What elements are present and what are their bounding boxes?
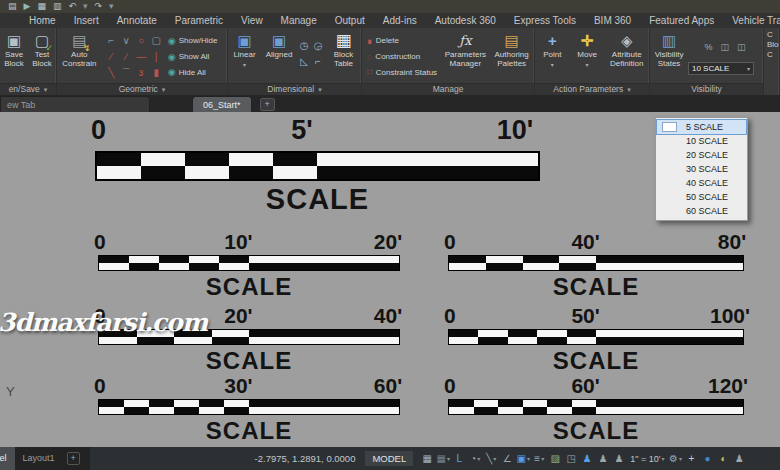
save-icon[interactable]: ▦: [37, 2, 46, 11]
ribbon-tab-output[interactable]: Output: [326, 13, 374, 28]
ribbon-tab-manage[interactable]: Manage: [272, 13, 326, 28]
point-parameter-button[interactable]: + Point ▾: [535, 30, 570, 83]
ribbon-tab-bim-360[interactable]: BIM 360: [585, 13, 640, 28]
scale-bar-50-100[interactable]: 050'100'SCALE: [448, 304, 744, 375]
open-file-icon[interactable]: ▶: [24, 2, 31, 11]
scale-option-5-scale[interactable]: 5 SCALE: [657, 120, 746, 134]
block-table-button[interactable]: ▦ Block Table: [327, 30, 360, 83]
scale-option-20-scale[interactable]: 20 SCALE: [657, 148, 746, 162]
new-drawing-tab-button[interactable]: +: [260, 98, 275, 111]
panel-close-block-editor[interactable]: C Block C: [764, 28, 780, 95]
visibility-mode-icon[interactable]: ◫: [737, 42, 746, 52]
annotation-people-icon[interactable]: ♟: [611, 449, 627, 469]
ribbon-tab-view[interactable]: View: [232, 13, 272, 28]
grid-icon[interactable]: ▦: [419, 449, 435, 469]
constraint-icon[interactable]: ▮: [153, 68, 159, 78]
parameters-manager-button[interactable]: ƒx Parameters Manager: [442, 30, 490, 83]
snap-icon[interactable]: ▦▾: [435, 449, 451, 469]
undo-caret-icon[interactable]: ▾: [83, 2, 88, 11]
show-hide-button[interactable]: ◉ Show/Hide: [168, 34, 227, 48]
annotation-scale-value[interactable]: 1" = 10'▾: [627, 449, 667, 469]
ribbon-tab-featured-apps[interactable]: Featured Apps: [640, 13, 723, 28]
transparency-icon[interactable]: ▨: [547, 449, 563, 469]
new-file-icon[interactable]: ▤: [8, 2, 17, 11]
panel-label-open-save[interactable]: en/Save▾: [0, 83, 56, 95]
scale-bar-10-20[interactable]: 010'20'SCALE: [98, 230, 400, 301]
visibility-mode-icon[interactable]: ◫: [720, 42, 729, 52]
ribbon-tab-express-tools[interactable]: Express Tools: [505, 13, 585, 28]
annotation-visibility-icon[interactable]: ♟: [579, 449, 595, 469]
plot-icon[interactable]: ▥: [53, 2, 62, 11]
constraint-icon[interactable]: |: [155, 52, 158, 62]
aligned-constraint-button[interactable]: ▣ Aligned: [261, 30, 297, 83]
redo-icon[interactable]: ↷: [95, 2, 103, 11]
polar-tracking-icon[interactable]: ◔▾: [467, 449, 483, 469]
show-all-button[interactable]: ◉ Show All: [168, 50, 227, 64]
block-editor-canvas[interactable]: Y 5 SCALE10 SCALE20 SCALE30 SCALE40 SCAL…: [0, 112, 780, 447]
visibility-states-button[interactable]: ▥ Visibility States: [650, 30, 688, 83]
hide-all-button[interactable]: ◉ Hide All: [168, 65, 227, 79]
object-snap-tracking-icon[interactable]: ∠: [499, 449, 515, 469]
file-tab-start[interactable]: ew Tab: [0, 96, 150, 112]
constraint-icon[interactable]: ∕: [110, 52, 112, 62]
linear-constraint-button[interactable]: ▣ Linear ▾: [228, 30, 261, 83]
scale-bar-60-120[interactable]: 060'120'SCALE: [448, 374, 744, 445]
dimensional-icon[interactable]: ◶: [314, 41, 323, 57]
constraint-icon[interactable]: ▢: [151, 36, 160, 46]
ortho-icon[interactable]: L: [451, 449, 467, 469]
scale-bar-5-10[interactable]: 05'10'SCALE: [95, 115, 540, 216]
constraint-icon[interactable]: ∨: [122, 36, 129, 46]
visibility-mode-icon[interactable]: %: [704, 42, 712, 52]
panel-label-visibility[interactable]: Visibility: [650, 83, 763, 95]
scale-option-50-scale[interactable]: 50 SCALE: [657, 190, 746, 204]
constraint-icon[interactable]: ╲: [108, 68, 114, 78]
ribbon-tab-parametric[interactable]: Parametric: [166, 13, 232, 28]
scale-bar-40-80[interactable]: 040'80'SCALE: [448, 230, 744, 301]
hardware-acceleration-icon[interactable]: ●: [699, 449, 715, 469]
scale-option-30-scale[interactable]: 30 SCALE: [657, 162, 746, 176]
undo-icon[interactable]: ↶: [68, 2, 76, 11]
delete-button[interactable]: ∎Delete: [367, 34, 442, 48]
ribbon-tab-add-ins[interactable]: Add-ins: [374, 13, 426, 28]
move-action-button[interactable]: ✛ Move ▾: [570, 30, 605, 83]
panel-label-action-parameters[interactable]: Action Parameters▾: [535, 83, 649, 95]
lineweight-icon[interactable]: ≡▾: [531, 449, 547, 469]
isolate-objects-icon[interactable]: ◐: [715, 449, 731, 469]
ribbon-tab-autodesk-360[interactable]: Autodesk 360: [426, 13, 505, 28]
ribbon-tab-home[interactable]: Home: [20, 13, 65, 28]
ribbon-tab-insert[interactable]: Insert: [65, 13, 108, 28]
autoscale-icon[interactable]: ♟: [595, 449, 611, 469]
constraint-icon[interactable]: ⌐: [108, 36, 114, 46]
dimensional-icon[interactable]: ◺: [300, 57, 308, 73]
layout-tab-layout1[interactable]: Layout1: [15, 447, 63, 470]
save-block-button[interactable]: ▣ Save Block: [0, 30, 28, 83]
redo-caret-icon[interactable]: ▾: [109, 2, 114, 11]
construction-button[interactable]: ◌Construction: [367, 50, 442, 64]
workspace-switching-icon[interactable]: ⚙▾: [667, 449, 683, 469]
constraint-icon[interactable]: —: [136, 52, 146, 62]
dimensional-icon[interactable]: ◷: [300, 41, 309, 57]
scale-option-10-scale[interactable]: 10 SCALE: [657, 134, 746, 148]
scale-option-40-scale[interactable]: 40 SCALE: [657, 176, 746, 190]
scale-option-60-scale[interactable]: 60 SCALE: [657, 204, 746, 218]
isoplane-icon[interactable]: ╲▾: [483, 449, 499, 469]
attribute-definition-button[interactable]: ◈ Attribute Definition: [604, 30, 649, 83]
customization-icon[interactable]: +: [683, 449, 699, 469]
clean-screen-icon[interactable]: ♟: [731, 449, 747, 469]
panel-label-geometric[interactable]: Geometric▾: [57, 83, 227, 95]
constraint-icon[interactable]: ○: [138, 36, 144, 46]
layout-tab-model[interactable]: Model: [0, 447, 15, 470]
auto-constrain-button[interactable]: ▤↯ Auto Constrain: [57, 30, 102, 83]
constraint-status-button[interactable]: ∷Constraint Status: [367, 65, 442, 79]
panel-label-dimensional[interactable]: Dimensional▾: [228, 83, 361, 95]
panel-label-manage[interactable]: Manage: [362, 83, 534, 95]
authoring-palettes-button[interactable]: ▤ Authoring Palettes: [489, 30, 534, 83]
ribbon-tab-annotate[interactable]: Annotate: [108, 13, 166, 28]
model-space-toggle[interactable]: MODEL: [365, 451, 413, 466]
constraint-icon[interactable]: ⌒: [121, 68, 131, 78]
selection-cycling-icon[interactable]: ◳: [563, 449, 579, 469]
new-layout-button[interactable]: +: [67, 452, 80, 465]
object-snap-icon[interactable]: ▣▾: [515, 449, 531, 469]
dimensional-icon[interactable]: ⌐: [315, 57, 321, 73]
visibility-mode-icons[interactable]: %◫◫: [688, 38, 762, 56]
